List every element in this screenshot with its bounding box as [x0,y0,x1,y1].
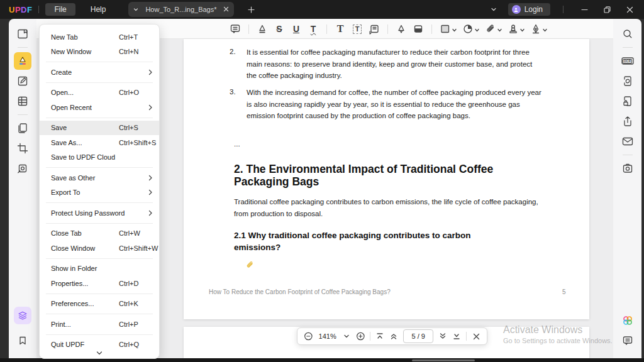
last-page-icon[interactable] [452,330,461,343]
section-heading: 2. The Environmental Impact of Tradition… [234,163,539,188]
page-footer-number: 5 [562,288,566,295]
share-icon[interactable] [619,112,636,130]
submenu-chevron-icon [148,189,153,195]
menu-item-protect-using-password[interactable]: Protect Using Password [40,206,159,221]
textbox-icon[interactable]: T [352,22,363,36]
menu-item-close-tab[interactable]: Close TabCtrl+W [40,226,159,241]
zoom-out-icon[interactable] [304,330,313,343]
menu-item-new-tab[interactable]: New TabCtrl+T [40,30,159,45]
email-icon[interactable] [619,133,636,150]
pencil-icon[interactable] [396,22,407,36]
snapshot-icon[interactable] [619,160,636,177]
rail-divider [18,114,28,115]
crop-icon[interactable] [14,140,31,157]
new-tab-button[interactable] [243,1,259,18]
strikethrough-icon[interactable]: S [274,22,285,36]
maximize-button[interactable] [599,1,615,18]
file-menu-button[interactable]: File [45,3,75,16]
help-menu-button[interactable]: Help [82,3,115,16]
login-button[interactable]: Login [508,3,550,16]
watermark-icon[interactable] [14,160,31,177]
organize-pages-icon[interactable] [14,92,31,110]
horizontal-scrollbar-thumb[interactable] [412,359,475,361]
login-label: Login [525,5,543,14]
left-sidebar [9,19,36,358]
stamp-icon[interactable] [508,22,525,36]
menu-item-new-window[interactable]: New WindowCtrl+N [40,45,159,60]
menu-item-save-as-other[interactable]: Save as Other [40,170,159,185]
menu-item-save-as[interactable]: Save As...Ctrl+Shift+S [40,135,159,150]
menu-item-save[interactable]: SaveCtrl+S [40,121,159,136]
list-item: With the increasing demand for coffee, t… [247,87,543,122]
next-page-icon[interactable] [438,330,447,343]
comment-mode-icon[interactable] [14,52,31,70]
menu-item-show-in-folder[interactable]: Show in Folder [40,261,159,277]
menu-item-close-window[interactable]: Close WindowCtrl+Shift+W [40,241,159,256]
ellipse-shape-icon[interactable] [462,22,479,36]
menu-divider [46,82,153,83]
rail-divider [623,155,633,155]
menu-divider [46,167,153,168]
tab-dropdown-icon[interactable] [133,5,138,14]
titlebar-chevron-down-icon[interactable] [486,1,502,18]
menu-item-save-to-updf-cloud[interactable]: Save to UPDF Cloud [40,150,159,165]
community-icon[interactable] [619,312,636,329]
menu-divider [46,118,153,118]
tab-close-icon[interactable] [223,5,229,14]
zoom-level[interactable]: 141% [318,332,337,340]
close-pager-icon[interactable] [472,330,480,343]
toolbar-divider [326,25,327,34]
signature-icon[interactable] [530,22,547,36]
menu-item-open[interactable]: Open...Ctrl+O [40,85,159,101]
edit-pdf-icon[interactable] [14,72,31,90]
feedback-icon[interactable] [619,332,636,349]
zoom-dropdown-icon[interactable] [342,330,351,343]
document-tab[interactable]: How_To_R...ing_Bags* [128,2,234,17]
page-tools-icon[interactable] [14,119,31,137]
reader-view-icon[interactable] [14,25,31,43]
page-indicator[interactable]: 5 / 9 [403,329,433,343]
watermark-line2: Go to Settings to activate Windows. [503,337,613,344]
typewriter-text-icon[interactable]: T [335,22,346,36]
underline-icon[interactable]: U [291,22,302,36]
window-left-edge [0,19,9,362]
titlebar-divider-2 [563,6,564,13]
menu-scroll-down-icon[interactable] [97,346,103,358]
attachment-annotation-icon[interactable] [245,260,255,272]
menu-item-open-recent[interactable]: Open Recent [40,100,159,115]
rect-shape-icon[interactable] [440,22,457,36]
highlight-icon[interactable] [257,22,268,36]
close-window-button[interactable] [621,1,638,18]
ai-assistant-icon[interactable] [14,307,31,324]
previous-page-icon[interactable] [389,330,398,343]
ocr-icon[interactable]: OCR [619,52,636,70]
minimize-button[interactable] [576,1,592,18]
protect-icon[interactable] [619,92,636,110]
page-navigation-toolbar: 141% 5 / 9 [297,327,487,345]
menu-item-preferences[interactable]: Preferences...Ctrl+K [40,297,159,312]
first-page-icon[interactable] [375,330,384,343]
callout-note-icon[interactable] [369,22,380,36]
page-footer-title: How To Reduce the Carbon Footprint of Co… [209,288,391,295]
compress-icon[interactable] [619,72,636,90]
submenu-chevron-icon [148,175,153,181]
zoom-in-icon[interactable] [356,330,365,343]
menu-item-properties[interactable]: Properties...Ctrl+D [40,276,159,291]
attachment-icon[interactable] [485,22,502,36]
pager-divider [466,332,467,341]
comment-icon[interactable] [230,22,241,36]
menu-item-create[interactable]: Create [40,65,159,80]
menu-divider [46,314,153,314]
submenu-chevron-icon [148,104,153,111]
menu-divider [46,258,153,259]
rail-divider [18,47,28,48]
eraser-icon[interactable] [413,22,424,36]
menu-divider [46,202,153,203]
search-icon[interactable] [619,25,636,43]
menu-divider [46,223,153,224]
bookmark-icon[interactable] [14,332,31,349]
menu-item-print[interactable]: Print...Ctrl+P [40,317,159,332]
sub-heading: 2.1 Why traditional coffee packaging con… [234,230,514,253]
menu-item-export-to[interactable]: Export To [40,185,159,200]
squiggly-underline-icon[interactable]: T [308,22,319,36]
